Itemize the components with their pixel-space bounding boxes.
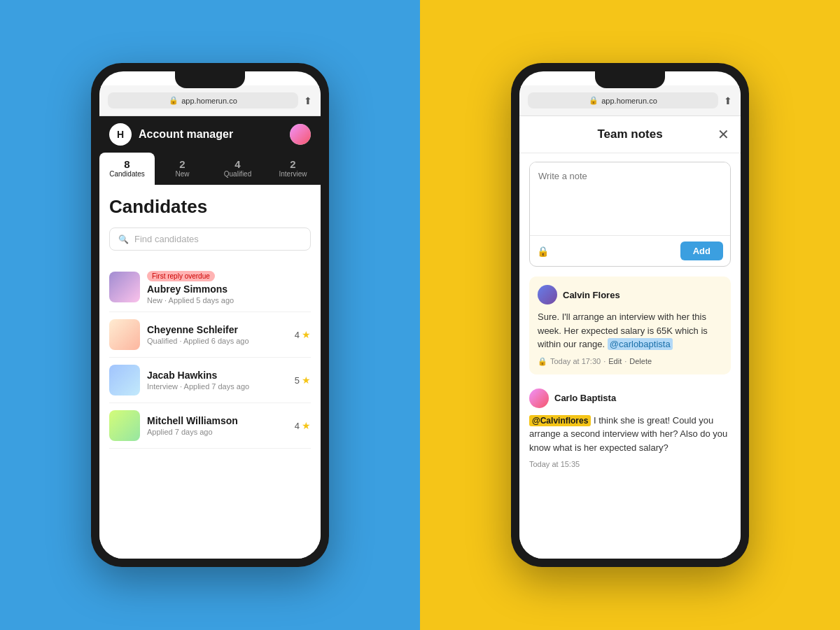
candidate-item-aubrey[interactable]: First reply overdue Aubrey Simmons New ·…	[109, 262, 311, 312]
close-button[interactable]: ✕	[713, 126, 729, 143]
mention-calvinflores: @Calvinflores	[529, 415, 591, 426]
calvin-author-name: Calvin Flores	[563, 290, 620, 300]
browser-bar-right: 🔒 app.homerun.co ⬆	[519, 85, 741, 116]
note-message-carlo: Carlo Baptista @Calvinflores I think she…	[529, 383, 731, 475]
candidate-name-jacab: Jacab Hawkins	[147, 370, 288, 381]
candidate-tabs: 8 Candidates 2 New 4 Qualified 2 Intervi…	[99, 153, 321, 185]
left-background: 🔒 app.homerun.co ⬆ H Account manager 8	[0, 0, 420, 630]
note-input-area: 🔒 Add	[529, 162, 731, 267]
lock-icon-right: 🔒	[589, 96, 598, 105]
calvin-note-meta: 🔒 Today at 17:30 · Edit · Delete	[538, 357, 722, 366]
calvin-note-body: Sure. I'll arrange an interview with her…	[538, 310, 722, 351]
notes-title: Team notes	[547, 127, 713, 141]
candidate-item-jacab[interactable]: Jacab Hawkins Interview · Applied 7 days…	[109, 358, 311, 403]
calvin-avatar	[538, 285, 557, 304]
candidate-info-cheyenne: Cheyenne Schleifer Qualified · Applied 6…	[147, 324, 288, 345]
left-phone-screen: 🔒 app.homerun.co ⬆ H Account manager 8	[99, 71, 321, 559]
candidate-photo-cheyenne	[109, 319, 140, 350]
mention-carlobaptista: @carlobaptista	[608, 338, 673, 350]
candidate-rating-cheyenne: 4 ★	[295, 329, 311, 340]
notes-content: 🔒 Add Calvin Flores Sure. I'll arrange a…	[519, 153, 741, 559]
note-input-footer: 🔒 Add	[530, 235, 730, 266]
app-header: H Account manager	[99, 116, 321, 153]
app-logo: H	[109, 123, 132, 146]
share-icon[interactable]: ⬆	[304, 95, 312, 106]
browser-bar-left: 🔒 app.homerun.co ⬆	[99, 85, 321, 116]
note-author-row-carlo: Carlo Baptista	[529, 388, 731, 408]
candidate-item-cheyenne[interactable]: Cheyenne Schleifer Qualified · Applied 6…	[109, 312, 311, 358]
edit-note-calvin[interactable]: Edit	[608, 357, 622, 365]
overdue-badge: First reply overdue	[147, 271, 215, 281]
carlo-author-name: Carlo Baptista	[554, 393, 616, 403]
candidate-name-mitchell: Mitchell Williamson	[147, 415, 288, 426]
candidate-meta-aubrey: New · Applied 5 days ago	[147, 296, 311, 304]
lock-icon-note: 🔒	[538, 357, 547, 366]
right-phone: 🔒 app.homerun.co ⬆ Team notes ✕ 🔒 Add	[511, 63, 749, 567]
right-phone-notch	[595, 71, 665, 88]
left-phone: 🔒 app.homerun.co ⬆ H Account manager 8	[91, 63, 329, 567]
section-title: Candidates	[109, 196, 311, 218]
phone-notch	[175, 71, 245, 88]
candidate-name-cheyenne: Cheyenne Schleifer	[147, 324, 288, 335]
candidate-name-aubrey: Aubrey Simmons	[147, 284, 311, 295]
candidate-rating-jacab: 5 ★	[295, 374, 311, 386]
carlo-note-meta: Today at 15:35	[529, 460, 731, 468]
candidate-meta-jacab: Interview · Applied 7 days ago	[147, 382, 288, 391]
url-text: app.homerun.co	[181, 97, 237, 105]
delete-note-calvin[interactable]: Delete	[629, 357, 652, 365]
candidate-rating-mitchell: 4 ★	[295, 420, 311, 431]
candidate-photo-aubrey	[109, 272, 140, 302]
candidate-meta-cheyenne: Qualified · Applied 6 days ago	[147, 337, 288, 345]
star-icon-jacab: ★	[302, 374, 311, 386]
note-time-carlo: Today at 15:35	[529, 460, 580, 468]
header-avatar[interactable]	[290, 124, 311, 145]
right-background: 🔒 app.homerun.co ⬆ Team notes ✕ 🔒 Add	[420, 0, 840, 630]
notes-header: Team notes ✕	[519, 116, 741, 153]
browser-url-left: 🔒 app.homerun.co	[108, 92, 298, 108]
star-icon-mitchell: ★	[302, 420, 311, 431]
tab-interview[interactable]: 2 Interview	[265, 153, 321, 185]
candidate-meta-mitchell: Applied 7 days ago	[147, 428, 288, 436]
note-author-row-calvin: Calvin Flores	[538, 285, 722, 304]
tab-candidates[interactable]: 8 Candidates	[99, 153, 155, 185]
lock-icon-input: 🔒	[537, 246, 549, 257]
app-title: Account manager	[139, 128, 283, 141]
candidate-photo-jacab	[109, 365, 140, 396]
search-placeholder: Find candidates	[134, 234, 199, 244]
url-text-right: app.homerun.co	[601, 97, 657, 105]
share-icon-right[interactable]: ⬆	[724, 95, 732, 106]
tab-qualified[interactable]: 4 Qualified	[210, 153, 265, 185]
carlo-avatar	[529, 388, 549, 408]
lock-icon: 🔒	[169, 96, 178, 105]
candidate-info-aubrey: First reply overdue Aubrey Simmons New ·…	[147, 269, 311, 304]
note-message-calvin: Calvin Flores Sure. I'll arrange an inte…	[529, 276, 731, 374]
candidate-info-jacab: Jacab Hawkins Interview · Applied 7 days…	[147, 370, 288, 391]
add-note-button[interactable]: Add	[680, 241, 723, 260]
note-textarea[interactable]	[530, 162, 730, 232]
search-icon: 🔍	[118, 234, 129, 244]
note-time-calvin: Today at 17:30	[550, 357, 601, 365]
tab-new[interactable]: 2 New	[155, 153, 210, 185]
candidate-item-mitchell[interactable]: Mitchell Williamson Applied 7 days ago 4…	[109, 403, 311, 449]
search-bar[interactable]: 🔍 Find candidates	[109, 227, 311, 251]
candidate-photo-mitchell	[109, 410, 140, 441]
candidate-info-mitchell: Mitchell Williamson Applied 7 days ago	[147, 415, 288, 436]
candidates-content: Candidates 🔍 Find candidates First reply…	[99, 185, 321, 559]
browser-url-right: 🔒 app.homerun.co	[528, 92, 718, 108]
right-phone-screen: 🔒 app.homerun.co ⬆ Team notes ✕ 🔒 Add	[519, 71, 741, 559]
carlo-note-body: @Calvinflores I think she is great! Coul…	[529, 414, 731, 455]
star-icon: ★	[302, 329, 311, 340]
